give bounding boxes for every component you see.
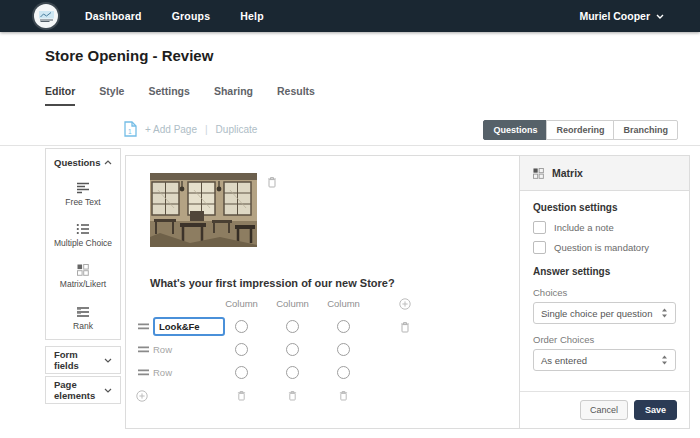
tab-style[interactable]: Style: [99, 85, 124, 106]
add-column-button[interactable]: [369, 294, 441, 314]
include-note-checkbox[interactable]: Include a note: [533, 221, 676, 234]
user-name: Muriel Cooper: [579, 10, 650, 22]
page-title: Store Opening - Review: [45, 47, 213, 64]
row-label[interactable]: Row: [153, 367, 172, 378]
sidebar-item-label: Rank: [73, 322, 93, 331]
matrix-icon: [533, 168, 544, 179]
sidebar-section-questions: Questions: [45, 148, 121, 176]
cancel-button[interactable]: Cancel: [580, 400, 628, 420]
matrix-column-header[interactable]: Column: [318, 294, 369, 314]
sidebar-header-questions[interactable]: Questions: [46, 149, 120, 175]
answer-settings-label: Answer settings: [533, 266, 676, 277]
radio-button[interactable]: [286, 366, 299, 379]
page-toolbar: 1 + Add Page | Duplicate: [124, 119, 257, 139]
matrix-row: Row: [136, 338, 216, 361]
user-menu[interactable]: Muriel Cooper: [579, 10, 664, 22]
checkbox-icon: [533, 221, 546, 234]
checkbox-label: Include a note: [554, 222, 614, 233]
sidebar-header-page-elements[interactable]: Page elements: [46, 377, 120, 403]
top-navbar: Dashboard Groups Help Muriel Cooper: [0, 0, 700, 32]
sidebar-item-label: Free Text: [65, 198, 100, 207]
radio-button[interactable]: [235, 320, 248, 333]
radio-button[interactable]: [286, 320, 299, 333]
multiple-choice-icon: [76, 223, 90, 235]
radio-button[interactable]: [286, 343, 299, 356]
drag-handle-icon[interactable]: [138, 369, 149, 376]
sidebar-header-form-fields[interactable]: Form fields: [46, 347, 120, 373]
nav-item-help[interactable]: Help: [240, 10, 264, 22]
delete-row-button[interactable]: [369, 315, 441, 338]
sidebar-item-matrix-likert[interactable]: Matrix/Likert: [46, 257, 120, 298]
sidebar-item-label: Multiple Choice: [54, 239, 112, 248]
choices-value: Single choice per question: [541, 308, 652, 319]
checkbox-label: Question is mandatory: [554, 242, 649, 253]
toolbar-separator: |: [205, 124, 208, 135]
question-settings-panel: Matrix Question settings Include a note …: [519, 156, 689, 428]
duplicate-button[interactable]: Duplicate: [216, 124, 258, 135]
sidebar-item-free-text[interactable]: Free Text: [46, 174, 120, 215]
nav-item-groups[interactable]: Groups: [172, 10, 211, 22]
question-image[interactable]: [150, 173, 257, 247]
matrix-column-header[interactable]: Column: [216, 294, 267, 314]
stepper-icon: [661, 308, 668, 318]
order-choices-select[interactable]: As entered: [533, 349, 676, 371]
mandatory-checkbox[interactable]: Question is mandatory: [533, 241, 676, 254]
radio-button[interactable]: [337, 343, 350, 356]
tab-settings[interactable]: Settings: [148, 85, 189, 106]
matrix-corner-cell: [136, 294, 216, 314]
sidebar-question-types: Free Text Multiple Choice Matrix/Likert: [45, 174, 121, 340]
matrix-table: Column Column Column Row: [136, 292, 441, 407]
view-button-reordering[interactable]: Reordering: [546, 120, 614, 140]
drag-handle-icon[interactable]: [138, 323, 149, 330]
empty-cell: [369, 361, 441, 384]
matrix-row: [136, 315, 216, 338]
svg-text:1: 1: [128, 128, 132, 135]
question-settings-label: Question settings: [533, 202, 676, 213]
drag-handle-icon[interactable]: [138, 346, 149, 353]
chevron-up-icon: [104, 160, 112, 165]
question-text[interactable]: What's your first impression of our new …: [150, 277, 395, 289]
save-button[interactable]: Save: [634, 400, 677, 420]
panel-body: Question settings Include a note Questio…: [520, 191, 689, 391]
radio-button[interactable]: [235, 343, 248, 356]
nav-item-dashboard[interactable]: Dashboard: [85, 10, 142, 22]
empty-cell: [369, 338, 441, 361]
logo-icon: [39, 11, 54, 22]
rank-icon: [76, 306, 90, 318]
order-choices-label: Order Choices: [533, 334, 676, 345]
sidebar-item-rank[interactable]: Rank: [46, 298, 120, 339]
tab-results[interactable]: Results: [277, 85, 315, 106]
matrix-column-header[interactable]: Column: [267, 294, 318, 314]
chevron-down-icon: [104, 388, 112, 393]
radio-button[interactable]: [235, 366, 248, 379]
order-choices-value: As entered: [541, 355, 587, 366]
panel-header: Matrix: [520, 156, 689, 191]
delete-column-button[interactable]: [318, 384, 369, 407]
add-row-button[interactable]: [136, 390, 148, 402]
delete-column-button[interactable]: [267, 384, 318, 407]
sidebar-section-form-fields: Form fields: [45, 346, 121, 374]
app-logo[interactable]: [34, 4, 58, 28]
empty-cell: [369, 384, 441, 407]
sidebar-section-page-elements: Page elements: [45, 376, 121, 404]
matrix-row: Row: [136, 361, 216, 384]
choices-select[interactable]: Single choice per question: [533, 302, 676, 324]
sidebar-header-label: Page elements: [54, 379, 104, 401]
view-button-branching[interactable]: Branching: [613, 120, 678, 140]
free-text-icon: [76, 182, 90, 194]
question-editor-card: What's your first impression of our new …: [125, 155, 690, 429]
add-page-button[interactable]: + Add Page: [145, 124, 197, 135]
view-button-questions[interactable]: Questions: [483, 120, 547, 140]
row-label-input[interactable]: [153, 317, 225, 336]
tab-sharing[interactable]: Sharing: [214, 85, 253, 106]
sidebar-item-multiple-choice[interactable]: Multiple Choice: [46, 215, 120, 256]
delete-image-button[interactable]: [267, 176, 277, 188]
tab-bar: Editor Style Settings Sharing Results: [45, 85, 315, 106]
page-icon: 1: [124, 121, 137, 137]
radio-button[interactable]: [337, 366, 350, 379]
delete-column-button[interactable]: [216, 384, 267, 407]
row-label[interactable]: Row: [153, 344, 172, 355]
radio-button[interactable]: [337, 320, 350, 333]
tab-editor[interactable]: Editor: [45, 85, 75, 106]
checkbox-icon: [533, 241, 546, 254]
